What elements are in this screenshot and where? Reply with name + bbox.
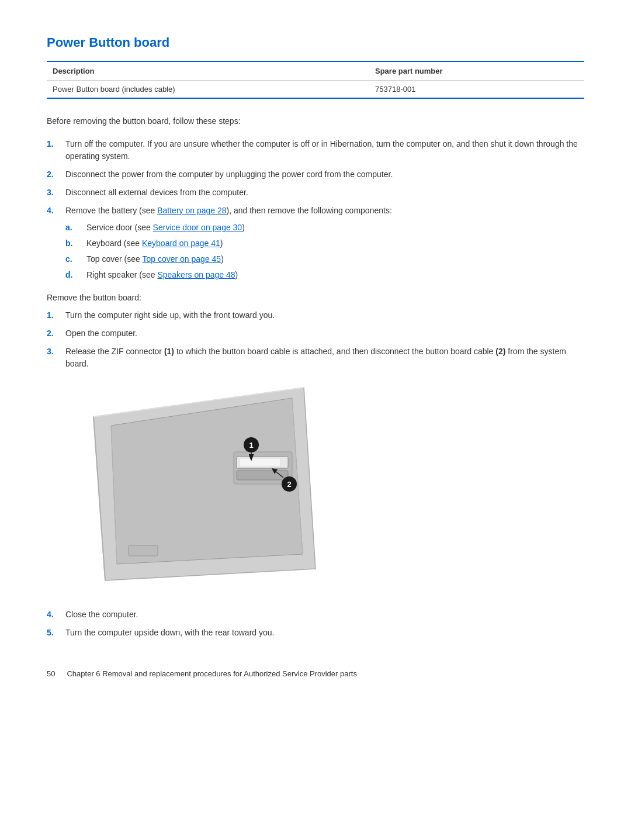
step-content: Disconnect all external devices from the… [65, 186, 584, 199]
table-row: Power Button board (includes cable) 7537… [47, 81, 584, 99]
sub-content: Top cover (see Top cover on page 45) [86, 253, 224, 265]
speakers-link[interactable]: Speakers on page 48 [157, 270, 235, 279]
step-number: 1. [47, 309, 65, 322]
top-cover-link[interactable]: Top cover on page 45 [142, 254, 221, 264]
step-number: 4. [47, 205, 65, 217]
sub-list-item: d. Right speaker (see Speakers on page 4… [65, 269, 584, 281]
step-content: Turn the computer upside down, with the … [65, 627, 584, 639]
sub-list: a. Service door (see Service door on pag… [65, 222, 584, 281]
battery-link[interactable]: Battery on page 28 [157, 206, 226, 215]
bold-1: (1) [164, 347, 174, 356]
steps-before-list: 1. Turn off the computer. If you are uns… [47, 138, 584, 285]
table-header-part-number: Spare part number [369, 61, 584, 81]
svg-rect-15 [129, 545, 158, 556]
step-content: Close the computer. [65, 609, 584, 621]
sub-label: a. [65, 222, 86, 234]
sub-content: Right speaker (see Speakers on page 48) [86, 269, 238, 281]
step-number: 2. [47, 327, 65, 340]
list-item: 3. Release the ZIF connector (1) to whic… [47, 345, 584, 370]
list-item: 2. Disconnect the power from the compute… [47, 168, 584, 181]
list-item: 2. Open the computer. [47, 327, 584, 340]
step-content: Turn the computer right side up, with th… [65, 309, 584, 322]
list-item: 4. Remove the battery (see Battery on pa… [47, 205, 584, 285]
sub-content: Keyboard (see Keyboard on page 41) [86, 237, 223, 250]
step-number: 1. [47, 138, 65, 150]
list-item: 3. Disconnect all external devices from … [47, 186, 584, 199]
bold-2: (2) [495, 347, 505, 356]
sub-content: Service door (see Service door on page 3… [86, 222, 245, 234]
list-item: 5. Turn the computer upside down, with t… [47, 627, 584, 639]
page-number: 50 [47, 669, 55, 678]
intro-text: Before removing the button board, follow… [47, 115, 584, 127]
svg-text:2: 2 [287, 480, 291, 489]
diagram-svg: 1 2 [82, 382, 327, 592]
sub-list-item: a. Service door (see Service door on pag… [65, 222, 584, 234]
diagram-container: 1 2 [82, 382, 327, 592]
remove-section-label: Remove the button board: [47, 293, 584, 302]
footer-chapter: Chapter 6 Removal and replacement proced… [67, 669, 356, 678]
table-header-description: Description [47, 61, 369, 81]
step-number: 3. [47, 186, 65, 199]
sub-label: b. [65, 237, 86, 250]
table-cell-part-number: 753718-001 [369, 81, 584, 99]
list-item: 1. Turn off the computer. If you are uns… [47, 138, 584, 163]
steps-after-list: 4. Close the computer. 5. Turn the compu… [47, 609, 584, 639]
step-content: Release the ZIF connector (1) to which t… [65, 345, 584, 370]
step-number: 2. [47, 168, 65, 181]
sub-list-item: c. Top cover (see Top cover on page 45) [65, 253, 584, 265]
sub-label: c. [65, 253, 86, 265]
parts-table: Description Spare part number Power Butt… [47, 61, 584, 99]
service-door-link[interactable]: Service door on page 30 [153, 223, 242, 232]
svg-rect-6 [240, 458, 280, 466]
page-title: Power Button board [47, 35, 584, 50]
sub-label: d. [65, 269, 86, 281]
svg-text:1: 1 [249, 441, 253, 450]
list-item: 1. Turn the computer right side up, with… [47, 309, 584, 322]
step-number: 5. [47, 627, 65, 639]
step-number: 4. [47, 609, 65, 621]
steps-remove-list: 1. Turn the computer right side up, with… [47, 309, 584, 370]
footer: 50 Chapter 6 Removal and replacement pro… [47, 662, 584, 678]
table-cell-description: Power Button board (includes cable) [47, 81, 369, 99]
step-content: Turn off the computer. If you are unsure… [65, 138, 584, 163]
list-item: 4. Close the computer. [47, 609, 584, 621]
sub-list-item: b. Keyboard (see Keyboard on page 41) [65, 237, 584, 250]
step-content: Remove the battery (see Battery on page … [65, 205, 584, 285]
step-content: Open the computer. [65, 327, 584, 340]
step-content: Disconnect the power from the computer b… [65, 168, 584, 181]
step-number: 3. [47, 345, 65, 358]
keyboard-link[interactable]: Keyboard on page 41 [142, 238, 220, 248]
